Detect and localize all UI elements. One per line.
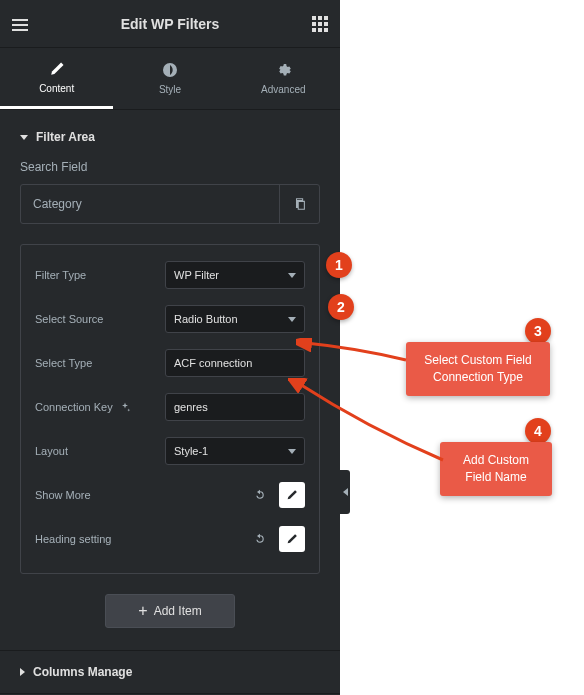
add-item-button[interactable]: + Add Item bbox=[105, 594, 235, 628]
tabs: Content Style Advanced bbox=[0, 48, 340, 110]
annotation-callout-1: Select Custom Field Connection Type bbox=[406, 342, 550, 396]
select-source-label: Select Source bbox=[35, 313, 165, 325]
select-type-label: Select Type bbox=[35, 357, 165, 369]
annotation-callout-2: Add Custom Field Name bbox=[440, 442, 552, 496]
pencil-icon bbox=[286, 533, 298, 545]
tab-advanced-label: Advanced bbox=[261, 84, 305, 95]
select-source-select[interactable]: Radio Button bbox=[165, 305, 305, 333]
section-columns-manage-label: Columns Manage bbox=[33, 665, 132, 679]
chevron-right-icon bbox=[20, 668, 25, 676]
chevron-down-icon bbox=[288, 317, 296, 322]
panel-title: Edit WP Filters bbox=[121, 16, 220, 32]
filter-type-value: WP Filter bbox=[174, 269, 219, 281]
annotation-badge-3: 3 bbox=[525, 318, 551, 344]
panel-body: Filter Area Search Field Category Filter… bbox=[0, 110, 340, 695]
search-field-label: Search Field bbox=[20, 160, 320, 174]
select-source-value: Radio Button bbox=[174, 313, 238, 325]
connection-key-label: Connection Key bbox=[35, 401, 165, 413]
section-filter-area[interactable]: Filter Area bbox=[20, 130, 320, 144]
edit-button[interactable] bbox=[279, 526, 305, 552]
section-filter-area-label: Filter Area bbox=[36, 130, 95, 144]
menu-icon[interactable] bbox=[12, 16, 28, 34]
annotation-badge-1: 1 bbox=[326, 252, 352, 278]
connection-key-input[interactable]: genres bbox=[165, 393, 305, 421]
reset-button[interactable] bbox=[247, 526, 273, 552]
chevron-down-icon bbox=[20, 135, 28, 140]
duplicate-button[interactable] bbox=[279, 185, 319, 223]
annotation-badge-2: 2 bbox=[328, 294, 354, 320]
divider bbox=[0, 650, 340, 651]
collapse-panel-button[interactable] bbox=[340, 470, 350, 514]
repeater-item[interactable]: Category bbox=[20, 184, 320, 224]
show-more-label: Show More bbox=[35, 489, 165, 501]
copy-icon bbox=[293, 197, 307, 211]
filter-type-label: Filter Type bbox=[35, 269, 165, 281]
layout-label: Layout bbox=[35, 445, 165, 457]
item-settings: Filter Type WP Filter Select Source Radi… bbox=[20, 244, 320, 574]
tab-content-label: Content bbox=[39, 83, 74, 94]
contrast-icon bbox=[162, 62, 178, 78]
edit-button[interactable] bbox=[279, 482, 305, 508]
gear-icon bbox=[275, 62, 291, 78]
sparkle-icon bbox=[119, 401, 131, 413]
undo-icon bbox=[254, 489, 266, 501]
add-item-label: Add Item bbox=[154, 604, 202, 618]
section-columns-manage[interactable]: Columns Manage bbox=[20, 665, 320, 693]
tab-style-label: Style bbox=[159, 84, 181, 95]
repeater-item-title: Category bbox=[21, 197, 279, 211]
chevron-down-icon bbox=[288, 273, 296, 278]
chevron-down-icon bbox=[288, 449, 296, 454]
heading-setting-label: Heading setting bbox=[35, 533, 165, 545]
divider bbox=[0, 693, 340, 694]
plus-icon: + bbox=[138, 603, 147, 619]
tab-style[interactable]: Style bbox=[113, 48, 226, 109]
reset-button[interactable] bbox=[247, 482, 273, 508]
select-type-input[interactable]: ACF connection bbox=[165, 349, 305, 377]
panel-header: Edit WP Filters bbox=[0, 0, 340, 48]
pencil-icon bbox=[49, 61, 65, 77]
pencil-icon bbox=[286, 489, 298, 501]
annotation-badge-4: 4 bbox=[525, 418, 551, 444]
tab-advanced[interactable]: Advanced bbox=[227, 48, 340, 109]
editor-panel: Edit WP Filters Content Style Advanced F… bbox=[0, 0, 340, 695]
layout-value: Style-1 bbox=[174, 445, 208, 457]
layout-select[interactable]: Style-1 bbox=[165, 437, 305, 465]
filter-type-select[interactable]: WP Filter bbox=[165, 261, 305, 289]
undo-icon bbox=[254, 533, 266, 545]
tab-content[interactable]: Content bbox=[0, 48, 113, 109]
apps-icon[interactable] bbox=[312, 16, 328, 32]
chevron-left-icon bbox=[343, 488, 348, 496]
connection-key-value: genres bbox=[174, 401, 208, 413]
select-type-value: ACF connection bbox=[174, 357, 252, 369]
